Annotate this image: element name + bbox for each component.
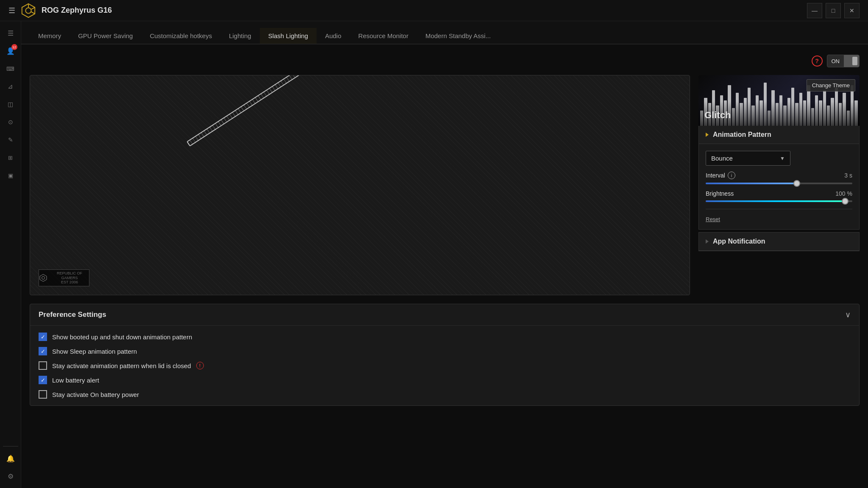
- checkbox-battery-power[interactable]: [39, 390, 47, 399]
- sidebar-divider: [3, 446, 18, 446]
- section-divider: [706, 209, 852, 209]
- theme-name: Glitch: [704, 110, 854, 121]
- checkbox-battery-alert-label: Low battery alert: [52, 377, 99, 384]
- checkbox-row-lid: Stay activate animation pattern when lid…: [39, 361, 851, 370]
- tab-slash-lighting[interactable]: Slash Lighting: [260, 28, 317, 44]
- toggle-on-switch[interactable]: ON: [827, 55, 860, 67]
- sidebar-icon-notification[interactable]: 🔔: [3, 451, 18, 466]
- brightness-slider-fill: [706, 200, 845, 202]
- title-bar: ☰ ROG Zephyrus G16 — □ ✕: [0, 0, 868, 21]
- slash-line-outline: [187, 75, 421, 147]
- svg-line-3: [31, 7, 35, 9]
- maximize-button[interactable]: □: [826, 3, 841, 18]
- sidebar-icon-user[interactable]: 👤 12: [3, 43, 18, 58]
- sidebar-icon-sliders[interactable]: ⊿: [3, 79, 18, 94]
- rog-preview-logo: [39, 273, 47, 283]
- content-row: REPUBLIC OF GAMERSEST 2006 Glitch Change…: [30, 75, 860, 295]
- title-bar-controls: — □ ✕: [807, 3, 860, 18]
- app-title: ROG Zephyrus G16: [42, 6, 112, 15]
- change-theme-button[interactable]: Change Theme: [807, 79, 855, 92]
- panel-header: ? ON: [30, 53, 860, 71]
- animation-pattern-title: Animation Pattern: [713, 131, 771, 139]
- tab-resource-monitor[interactable]: Resource Monitor: [350, 28, 417, 44]
- preference-settings-section: Preference Settings ∨ Show booted up and…: [30, 304, 860, 406]
- checkbox-boot-label: Show booted up and shut down animation p…: [52, 333, 192, 341]
- hamburger-icon[interactable]: ☰: [8, 6, 15, 15]
- checkbox-battery-power-label: Stay activate On battery power: [52, 391, 139, 398]
- sidebar-icon-settings[interactable]: ⚙: [3, 469, 18, 484]
- section-triangle-icon: [706, 133, 709, 137]
- minimize-button[interactable]: —: [807, 3, 822, 18]
- tab-modern-standby[interactable]: Modern Standby Assi...: [417, 28, 499, 44]
- interval-slider[interactable]: [706, 183, 852, 184]
- main-content: ? ON REPUBLIC OF GAMERSEST 2006: [21, 44, 868, 488]
- preference-chevron-icon: ∨: [845, 310, 851, 319]
- animation-pattern-panel: Animation Pattern Bounce ▼ Interval i: [698, 126, 860, 230]
- preview-panel: REPUBLIC OF GAMERSEST 2006: [30, 75, 690, 295]
- sidebar-icon-menu[interactable]: ☰: [3, 25, 18, 41]
- sidebar-icon-keyboard[interactable]: ⌨: [3, 61, 18, 76]
- interval-slider-thumb[interactable]: [793, 180, 800, 187]
- app-notification-header[interactable]: App Notification: [699, 233, 859, 251]
- rog-text: REPUBLIC OF GAMERSEST 2006: [50, 271, 89, 285]
- sidebar-bottom: 🔔 ⚙: [3, 444, 18, 484]
- left-sidebar: ☰ 👤 12 ⌨ ⊿ ◫ ⊙ ✎ ⊞ ▣ 🔔 ⚙: [0, 21, 21, 488]
- tab-memory[interactable]: Memory: [30, 28, 70, 44]
- tab-audio[interactable]: Audio: [317, 28, 350, 44]
- preference-settings-header[interactable]: Preference Settings ∨: [30, 304, 859, 326]
- rog-logo: [20, 3, 36, 19]
- app-notification-panel: App Notification: [698, 232, 860, 251]
- animation-pattern-body: Bounce ▼ Interval i 3 s: [699, 144, 859, 229]
- checkbox-boot[interactable]: [39, 333, 47, 341]
- interval-info-icon[interactable]: i: [728, 172, 735, 179]
- svg-point-6: [42, 277, 45, 280]
- checkbox-row-battery-alert: Low battery alert: [39, 376, 851, 384]
- checkbox-row-boot: Show booted up and shut down animation p…: [39, 333, 851, 341]
- tab-customizable-hotkeys[interactable]: Customizable hotkeys: [141, 28, 220, 44]
- preference-settings-body: Show booted up and shut down animation p…: [30, 326, 859, 405]
- checkbox-battery-alert[interactable]: [39, 376, 47, 384]
- sidebar-icon-monitor[interactable]: ▣: [3, 168, 18, 183]
- checkbox-lid-label: Stay activate animation pattern when lid…: [52, 362, 191, 369]
- checkbox-sleep-label: Show Sleep animation pattern: [52, 348, 137, 355]
- animation-pattern-dropdown[interactable]: Bounce ▼: [706, 151, 790, 166]
- slash-hatch: [187, 75, 421, 147]
- svg-line-4: [31, 11, 35, 14]
- brightness-value: 100 %: [835, 190, 852, 197]
- dropdown-arrow-icon: ▼: [780, 155, 785, 161]
- brightness-slider-row: Brightness 100 %: [706, 190, 852, 202]
- preference-settings-title: Preference Settings: [39, 311, 106, 319]
- animation-pattern-header[interactable]: Animation Pattern: [699, 126, 859, 144]
- tab-lighting[interactable]: Lighting: [220, 28, 260, 44]
- reset-link[interactable]: Reset: [706, 216, 852, 222]
- checkbox-lid-info-icon[interactable]: !: [196, 362, 204, 369]
- checkbox-row-battery-power: Stay activate On battery power: [39, 390, 851, 399]
- rog-logo-preview: REPUBLIC OF GAMERSEST 2006: [39, 269, 89, 286]
- help-icon[interactable]: ?: [812, 55, 823, 67]
- sidebar-icon-tag[interactable]: ⊞: [3, 150, 18, 165]
- app-notification-title: App Notification: [713, 238, 765, 245]
- interval-slider-fill: [706, 183, 797, 184]
- brightness-slider-thumb[interactable]: [842, 198, 849, 205]
- interval-value: 3 s: [844, 172, 852, 179]
- checkbox-row-sleep: Show Sleep animation pattern: [39, 347, 851, 355]
- notification-badge: 12: [11, 44, 17, 50]
- interval-label: Interval: [706, 172, 725, 179]
- app-notification-triangle-icon: [706, 239, 709, 244]
- brightness-label: Brightness: [706, 190, 734, 197]
- checkbox-sleep[interactable]: [39, 347, 47, 355]
- checkbox-lid[interactable]: [39, 361, 47, 370]
- close-button[interactable]: ✕: [844, 3, 860, 18]
- sidebar-icon-layers[interactable]: ◫: [3, 97, 18, 112]
- theme-label-overlay: Glitch: [698, 101, 860, 126]
- brightness-slider[interactable]: [706, 200, 852, 202]
- svg-point-1: [25, 8, 31, 13]
- svg-marker-5: [40, 274, 47, 282]
- sidebar-icon-gauge[interactable]: ⊙: [3, 114, 18, 130]
- interval-slider-row: Interval i 3 s: [706, 172, 852, 184]
- tab-gpu-power-saving[interactable]: GPU Power Saving: [70, 28, 141, 44]
- right-panel: Glitch Change Theme Animation Pattern Bo…: [698, 75, 860, 295]
- tab-bar: Memory GPU Power Saving Customizable hot…: [21, 21, 868, 44]
- theme-preview: Glitch Change Theme: [698, 75, 860, 126]
- sidebar-icon-pencil[interactable]: ✎: [3, 132, 18, 147]
